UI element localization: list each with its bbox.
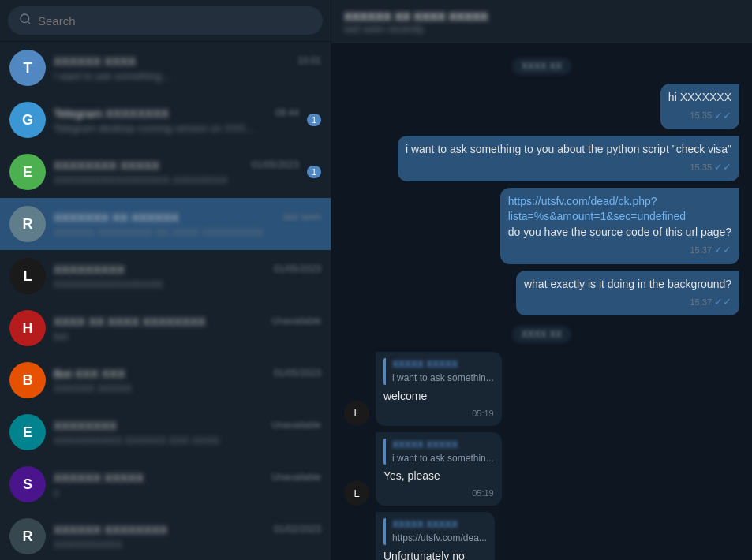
chat-name: XXXXXXXXX bbox=[54, 263, 125, 276]
chat-item[interactable]: EXXXXXXXX XXXXX01/05/2023XXXXXXXXXXXXXXX… bbox=[0, 146, 331, 198]
message-out: https://utsfv.com/dead/ck.php? lista=%s&… bbox=[344, 188, 739, 264]
avatar: B bbox=[9, 362, 46, 398]
chat-preview: XXXXXX XXXXXXXX XX XXXX XXXXXXXXX bbox=[54, 226, 321, 238]
chat-header: XXXXXX XX XXXX XXXXX last seen recently bbox=[331, 0, 752, 44]
quoted-sender: XXXXX XXXXX bbox=[392, 439, 494, 452]
chat-info: XXXXXX XXXXXXXX01/02/2023XXXXXXXXXX bbox=[54, 523, 321, 551]
chat-header-name: XXXXXX XX XXXX XXXXX bbox=[344, 9, 739, 23]
svg-point-0 bbox=[21, 14, 29, 23]
chat-time: Unavailable bbox=[271, 315, 321, 327]
chat-name: XXXX XX XXXX XXXXXXXX bbox=[54, 315, 206, 328]
bubble-out: what exactly is it doing in the backgrou… bbox=[516, 271, 739, 316]
chat-name: XXXXXXXX bbox=[54, 419, 117, 432]
message-time: 15:37✓✓ bbox=[524, 295, 731, 309]
chat-list: TXXXXXX XXXX10:01I want to ask something… bbox=[0, 42, 331, 560]
message-out: i want to ask something to you about the… bbox=[344, 136, 739, 181]
chat-preview: XXXXXXXXXX bbox=[54, 539, 321, 551]
avatar: T bbox=[9, 50, 46, 86]
quoted-message: XXXXX XXXXXi want to ask somethin... bbox=[383, 439, 494, 465]
message-text: what exactly is it doing in the backgrou… bbox=[524, 277, 731, 293]
search-wrapper[interactable] bbox=[8, 6, 323, 35]
chat-item[interactable]: GTelegram XXXXXXXX08:44Telegram desktop … bbox=[0, 94, 331, 146]
chat-item[interactable]: BBot XXX XXX01/05/2023XXXXXX XXXXX bbox=[0, 354, 331, 406]
chat-time: 01/02/2023 bbox=[274, 524, 321, 535]
chat-name: Telegram XXXXXXXX bbox=[54, 106, 169, 120]
avatar: G bbox=[9, 102, 46, 138]
quoted-text: https://utsfv.com/dea... bbox=[392, 532, 487, 545]
chat-area: XXXXXX XX XXXX XXXXX last seen recently … bbox=[331, 0, 752, 560]
chat-info: XXXXXXXX XXXXX01/05/2023XXXXXXXXXXXXXXXX… bbox=[54, 159, 299, 186]
svg-line-1 bbox=[28, 21, 30, 24]
chat-preview: Telegram desktop running version on XXX.… bbox=[54, 122, 299, 134]
avatar: E bbox=[9, 154, 46, 190]
chat-time: 01/05/2023 bbox=[252, 159, 299, 170]
chat-item[interactable]: LXXXXXXXXX01/05/2023XXXXXXXXXXXXXXXX bbox=[0, 250, 331, 302]
message-time: 05:19 bbox=[383, 408, 494, 420]
bubble-out: i want to ask something to you about the… bbox=[398, 136, 739, 181]
chat-name-row: XXXXXX XXXXXXXX01/02/2023 bbox=[54, 523, 321, 536]
chat-time: 01/05/2023 bbox=[274, 368, 321, 379]
quoted-sender: XXXXX XXXXX bbox=[392, 358, 494, 371]
quoted-sender: XXXXX XXXXX bbox=[392, 518, 487, 532]
messages-area: XXXX XXhi XXXXXXX15:35✓✓i want to ask so… bbox=[331, 44, 752, 560]
quoted-message: XXXXX XXXXXi want to ask somethin... bbox=[383, 358, 494, 385]
chat-preview: XXXXXXXXXXXXXXXXX XXXXXXXX bbox=[54, 174, 299, 186]
message-text: Unfortunately no bbox=[383, 549, 487, 560]
message-time: 15:37✓✓ bbox=[508, 243, 731, 257]
avatar: H bbox=[9, 310, 46, 346]
chat-item[interactable]: EXXXXXXXXUnavailableXXXXXXXXXX XXXXXX XX… bbox=[0, 406, 331, 458]
read-ticks: ✓✓ bbox=[714, 243, 731, 257]
bubble-in: XXXXX XXXXXi want to ask somethin...welc… bbox=[376, 352, 502, 426]
avatar: S bbox=[9, 466, 46, 502]
chat-item[interactable]: HXXXX XX XXXX XXXXXXXXUnavailablebot bbox=[0, 302, 331, 354]
message-time: 15:35✓✓ bbox=[406, 160, 731, 174]
search-icon bbox=[19, 13, 32, 28]
avatar: R bbox=[9, 518, 46, 554]
message-out: what exactly is it doing in the backgrou… bbox=[344, 271, 739, 316]
chat-preview: XXXXXX XXXXX bbox=[54, 383, 321, 394]
chat-name-row: XXXXXXXX XXXXX01/05/2023 bbox=[54, 159, 299, 172]
chat-info: XXXX XX XXXX XXXXXXXXUnavailablebot bbox=[54, 315, 321, 342]
chat-info: XXXXXXX XX XXXXXXlast seenXXXXXX XXXXXXX… bbox=[54, 211, 321, 238]
message-in: LXXXXX XXXXXhttps://utsfv.com/dea...Unfo… bbox=[344, 512, 739, 560]
quoted-text: i want to ask somethin... bbox=[392, 452, 494, 465]
chat-name-row: Telegram XXXXXXXX08:44 bbox=[54, 106, 299, 120]
chat-time: Unavailable bbox=[271, 420, 321, 431]
chat-info: XXXXXX XXXXXUnavailables bbox=[54, 471, 321, 498]
chat-header-status: last seen recently bbox=[344, 23, 739, 35]
bubble-in: XXXXX XXXXXi want to ask somethin...Yes,… bbox=[376, 432, 502, 506]
chat-name-row: XXXXXX XXXX10:01 bbox=[54, 54, 321, 68]
chat-time: Unavailable bbox=[271, 472, 321, 483]
chat-item[interactable]: RXXXXXX XXXXXXXX01/02/2023XXXXXXXXXX bbox=[0, 510, 331, 560]
chat-time: last seen bbox=[283, 211, 321, 222]
sidebar: TXXXXXX XXXX10:01I want to ask something… bbox=[0, 0, 331, 560]
read-ticks: ✓✓ bbox=[714, 109, 731, 123]
bubble-in: XXXXX XXXXXhttps://utsfv.com/dea...Unfor… bbox=[376, 512, 495, 560]
chat-name: Bot XXX XXX bbox=[54, 367, 125, 380]
search-input[interactable] bbox=[38, 14, 312, 28]
chat-info: XXXXXXXXUnavailableXXXXXXXXXX XXXXXX XXX… bbox=[54, 419, 321, 446]
chat-name: XXXXXX XXXXXXXX bbox=[54, 523, 167, 536]
chat-name: XXXXXXX XX XXXXXX bbox=[54, 211, 178, 224]
chat-time: 10:01 bbox=[297, 55, 321, 66]
msg-avatar: L bbox=[344, 480, 369, 506]
chat-info: XXXXXXXXX01/05/2023XXXXXXXXXXXXXXXX bbox=[54, 263, 321, 290]
search-bar bbox=[0, 0, 331, 42]
chat-info: XXXXXX XXXX10:01I want to ask something.… bbox=[54, 54, 321, 82]
chat-item[interactable]: SXXXXXX XXXXXUnavailables bbox=[0, 458, 331, 510]
chat-name-row: XXXXXXXXUnavailable bbox=[54, 419, 321, 432]
chat-info: Telegram XXXXXXXX08:44Telegram desktop r… bbox=[54, 106, 299, 134]
chat-item[interactable]: RXXXXXXX XX XXXXXXlast seenXXXXXX XXXXXX… bbox=[0, 198, 331, 250]
chat-name: XXXXXX XXXXX bbox=[54, 471, 144, 484]
quoted-message: XXXXX XXXXXhttps://utsfv.com/dea... bbox=[383, 518, 487, 545]
message-link[interactable]: https://utsfv.com/dead/ck.php? lista=%s&… bbox=[508, 195, 686, 223]
unread-badge: 1 bbox=[307, 114, 321, 126]
message-out: hi XXXXXXX15:35✓✓ bbox=[344, 84, 739, 129]
chat-name-row: XXXXXXX XX XXXXXXlast seen bbox=[54, 211, 321, 224]
message-time: 15:35✓✓ bbox=[668, 109, 731, 123]
chat-item[interactable]: TXXXXXX XXXX10:01I want to ask something… bbox=[0, 42, 331, 94]
message-text: Yes, please bbox=[383, 469, 494, 484]
avatar: R bbox=[9, 206, 46, 242]
avatar: E bbox=[9, 414, 46, 450]
chat-name-row: XXXX XX XXXX XXXXXXXXUnavailable bbox=[54, 315, 321, 328]
